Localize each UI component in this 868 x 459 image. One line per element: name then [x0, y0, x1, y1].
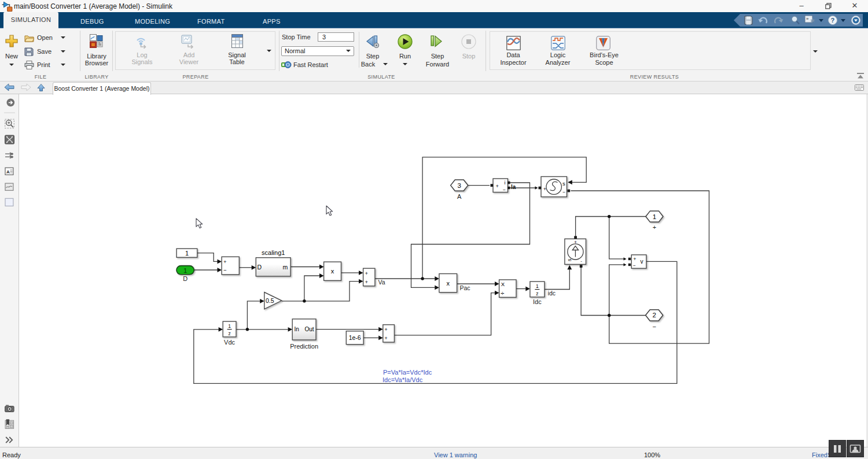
- svg-text:?: ?: [831, 17, 835, 24]
- svg-text:»: »: [806, 16, 809, 21]
- svg-text:A: A: [6, 169, 10, 175]
